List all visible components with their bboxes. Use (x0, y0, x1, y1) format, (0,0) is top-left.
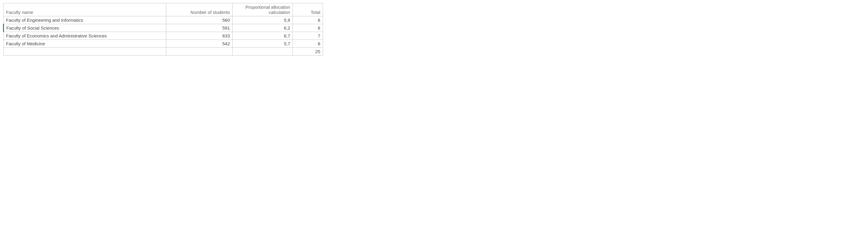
header-proportional: Proportional allocation calculation (232, 3, 293, 16)
cell-total: 6 (293, 16, 323, 24)
cell-total: 7 (293, 32, 323, 40)
table-row: Faculty of Social Sciences5916,26 (4, 24, 323, 32)
cell-proportional: 5,9 (232, 16, 293, 24)
footer-cell-total: 25 (293, 48, 323, 56)
footer-cell-faculty (4, 48, 166, 56)
table-footer-row: 25 (4, 48, 323, 56)
cell-proportional: 6,2 (232, 24, 293, 32)
table-row: Faculty of Economics and Administrative … (4, 32, 323, 40)
table-row: Faculty of Engineering and Informatics56… (4, 16, 323, 24)
cell-students: 560 (166, 16, 232, 24)
cell-faculty: Faculty of Medicine (4, 40, 166, 48)
table-header-row: Faculty name Number of students Proporti… (4, 3, 323, 16)
cell-proportional: 6,7 (232, 32, 293, 40)
cell-students: 591 (166, 24, 232, 32)
cell-faculty: Faculty of Economics and Administrative … (4, 32, 166, 40)
header-students: Number of students (166, 3, 232, 16)
cell-total: 6 (293, 40, 323, 48)
cell-faculty: Faculty of Social Sciences (4, 24, 166, 32)
table-row: Faculty of Medicine5425,76 (4, 40, 323, 48)
cell-students: 633 (166, 32, 232, 40)
cell-total: 6 (293, 24, 323, 32)
header-faculty: Faculty name (4, 3, 166, 16)
cell-students: 542 (166, 40, 232, 48)
footer-cell-students (166, 48, 232, 56)
header-total: Total (293, 3, 323, 16)
footer-cell-proportional (232, 48, 293, 56)
cell-proportional: 5,7 (232, 40, 293, 48)
faculty-allocation-table: Faculty name Number of students Proporti… (3, 3, 323, 56)
cell-faculty: Faculty of Engineering and Informatics (4, 16, 166, 24)
